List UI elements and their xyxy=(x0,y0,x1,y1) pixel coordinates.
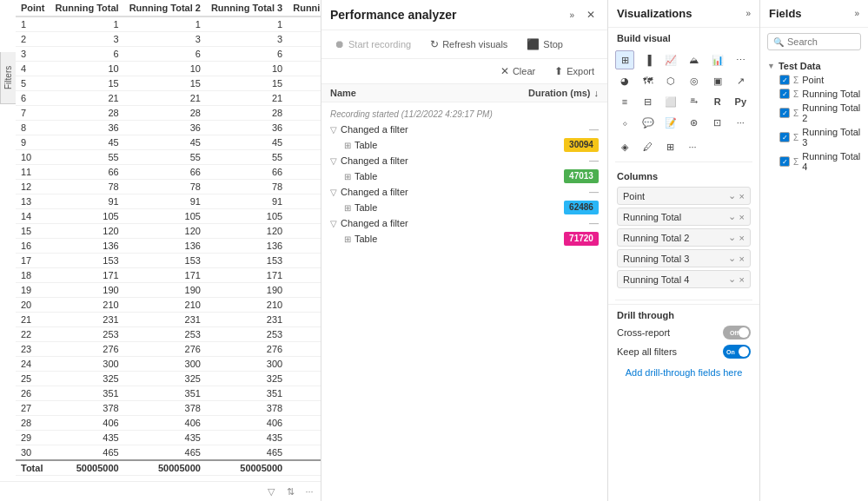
viz-icon-more2[interactable]: ··· xyxy=(731,113,750,132)
viz-icon-qa[interactable]: 💬 xyxy=(639,113,658,132)
export-button[interactable]: ⬆ Export xyxy=(550,63,599,80)
table-icon-more[interactable]: ··· xyxy=(301,484,317,499)
viz-icon-python[interactable]: Py xyxy=(731,92,750,111)
column-remove-icon[interactable]: × xyxy=(739,191,745,201)
viz-fields-icon[interactable]: ⊞ xyxy=(660,137,679,156)
table-cell: 78 xyxy=(50,180,124,194)
viz-icon-kpi[interactable]: ↗ xyxy=(731,71,750,90)
perf-close-button[interactable]: ✕ xyxy=(583,7,599,23)
table-expand-icon[interactable]: ⊞ xyxy=(344,203,351,213)
viz-icon-scatter[interactable]: ⋯ xyxy=(731,50,750,69)
fields-search-input[interactable] xyxy=(787,36,848,47)
viz-icon-gauge[interactable]: ◎ xyxy=(685,71,704,90)
viz-icon-table[interactable]: ⊞ xyxy=(615,50,634,69)
table-cell: 19 xyxy=(16,283,50,298)
fields-group-header[interactable]: ▼Test Data xyxy=(767,59,861,73)
viz-icon-bar[interactable]: ▐ xyxy=(639,50,658,69)
perf-expand-icon[interactable]: » xyxy=(566,9,578,22)
table-cell: 351 xyxy=(124,386,206,401)
viz-icon-pie[interactable]: ◕ xyxy=(615,71,634,90)
column-chevron-icon[interactable]: ⌄ xyxy=(728,211,736,222)
viz-icon-line[interactable]: 📈 xyxy=(661,50,680,69)
table-cell: 30 xyxy=(16,445,50,461)
table-icon-filter[interactable]: ▽ xyxy=(263,484,279,499)
cross-report-label: Cross-report xyxy=(617,327,670,338)
filters-tab[interactable]: Filters xyxy=(0,52,16,104)
perf-sort-icon[interactable]: ↓ xyxy=(594,88,600,98)
viz-icon-column[interactable]: 📊 xyxy=(708,50,727,69)
table-cell: 171 xyxy=(50,268,124,283)
left-panel: Filters PointRunning TotalRunning Total … xyxy=(0,0,321,501)
table-row: 17153153153153 xyxy=(16,254,321,268)
fields-item[interactable]: ✓ΣRunning Total 2 xyxy=(767,101,861,125)
fields-item[interactable]: ✓ΣRunning Total 3 xyxy=(767,125,861,149)
table-expand-icon[interactable]: ⊞ xyxy=(344,172,351,181)
fields-item[interactable]: ✓ΣRunning Total 4 xyxy=(767,149,861,174)
add-drill-button[interactable]: Add drill-through fields here xyxy=(617,364,751,381)
column-remove-icon[interactable]: × xyxy=(739,233,745,243)
table-cell: 120 xyxy=(50,224,124,239)
viz-dots-icon[interactable]: ··· xyxy=(683,137,702,156)
table-expand-icon[interactable]: ⊞ xyxy=(344,234,351,244)
fields-item[interactable]: ✓ΣRunning Total xyxy=(767,87,861,101)
table-cell: 276 xyxy=(124,342,206,357)
perf-row: ⊞Table71720 xyxy=(321,230,607,247)
viz-expand-icon[interactable]: » xyxy=(745,9,751,18)
refresh-visuals-button[interactable]: ↻ Refresh visuals xyxy=(426,36,512,53)
viz-icon-map[interactable]: 🗺 xyxy=(639,71,658,90)
viz-icon-smart[interactable]: 📝 xyxy=(661,113,680,132)
column-remove-icon[interactable]: × xyxy=(739,274,745,285)
total-value: 50005000 xyxy=(50,460,124,476)
perf-dur-col-header: Duration (ms) ↓ xyxy=(503,88,599,98)
table-cell: 13 xyxy=(16,194,50,209)
keep-filters-toggle[interactable]: On xyxy=(723,345,751,359)
fields-item-check: ✓ xyxy=(779,108,790,118)
table-cell: 15 xyxy=(50,76,124,91)
viz-icon-area[interactable]: ⛰ xyxy=(685,50,704,69)
table-header-running-total-2: Running Total 2 xyxy=(124,0,206,16)
cross-report-toggle[interactable]: Off xyxy=(723,326,751,339)
table-cell: 1 xyxy=(50,16,124,32)
start-recording-button[interactable]: ⏺ Start recording xyxy=(330,36,415,53)
column-chevron-icon[interactable]: ⌄ xyxy=(728,190,736,201)
fields-expand-icon[interactable]: » xyxy=(854,9,859,18)
stop-button[interactable]: ⬛ Stop xyxy=(522,36,567,53)
column-remove-icon[interactable]: × xyxy=(739,212,745,222)
perf-row-duration: 62486 xyxy=(503,201,599,214)
viz-icon-matrix[interactable]: ⊟ xyxy=(639,92,658,111)
fields-item[interactable]: ✓ΣPoint xyxy=(767,73,861,87)
export-icon: ⬆ xyxy=(554,65,563,77)
viz-icon-slicer[interactable]: ≡ xyxy=(615,92,634,111)
viz-icon-funnel[interactable]: ⬡ xyxy=(661,71,680,90)
column-chevron-icon[interactable]: ⌄ xyxy=(728,232,736,243)
viz-format-icon[interactable]: ◈ xyxy=(615,137,634,156)
table-icon-sort[interactable]: ⇅ xyxy=(282,484,298,499)
viz-icon-metrics[interactable]: ⊛ xyxy=(685,113,704,132)
column-chevron-icon[interactable]: ⌄ xyxy=(728,253,736,264)
viz-icon-paginated[interactable]: ⊡ xyxy=(708,113,727,132)
column-remove-icon[interactable]: × xyxy=(739,254,745,264)
table-cell: 10 xyxy=(288,62,321,76)
viz-icon-card[interactable]: ▣ xyxy=(708,71,727,90)
fields-item-sigma-icon: Σ xyxy=(793,89,798,99)
viz-icon-waterfall[interactable]: ⥱ xyxy=(685,92,704,111)
table-cell: 276 xyxy=(50,342,124,357)
column-chevron-icon[interactable]: ⌄ xyxy=(728,274,736,285)
table-cell: 1 xyxy=(206,16,288,32)
table-expand-icon[interactable]: ⊞ xyxy=(344,141,351,150)
viz-icon-treemap[interactable]: ⬜ xyxy=(661,92,680,111)
perf-row-duration: 71720 xyxy=(503,232,599,246)
table-cell: 36 xyxy=(124,121,206,135)
filter-icon[interactable]: ▽ xyxy=(330,156,337,166)
filter-icon[interactable]: ▽ xyxy=(330,188,337,197)
filter-icon[interactable]: ▽ xyxy=(330,219,337,228)
table-cell: 153 xyxy=(288,254,321,268)
clear-button[interactable]: ✕ Clear xyxy=(496,63,540,80)
viz-icon-r[interactable]: R xyxy=(708,92,727,111)
filter-icon[interactable]: ▽ xyxy=(330,125,337,135)
viz-analytics-icon[interactable]: 🖊 xyxy=(638,137,657,156)
viz-icon-decomp[interactable]: ⬦ xyxy=(615,113,634,132)
fields-search-box[interactable]: 🔍 xyxy=(767,33,861,50)
cross-report-row: Cross-report Off xyxy=(617,326,751,339)
table-cell: 25 xyxy=(16,372,50,386)
